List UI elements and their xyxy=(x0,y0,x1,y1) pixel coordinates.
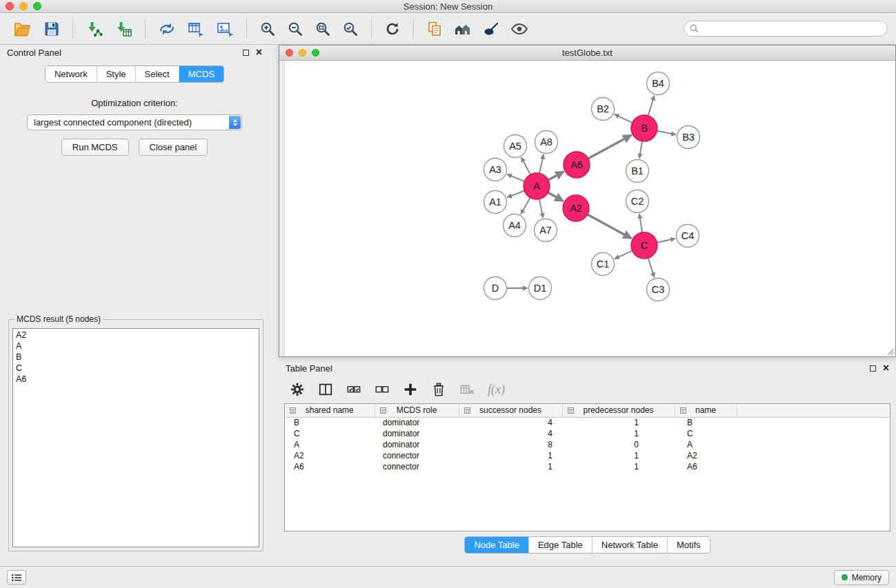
node-B3[interactable]: B3 xyxy=(677,126,700,149)
node-A3[interactable]: A3 xyxy=(484,159,507,181)
mcds-result-item[interactable]: A6 xyxy=(16,374,256,385)
annotation-button[interactable] xyxy=(477,19,505,39)
table-cell[interactable]: 1 xyxy=(562,450,675,461)
table-cell[interactable]: dominator xyxy=(375,428,459,439)
node-A1[interactable]: A1 xyxy=(484,191,507,214)
export-network-button[interactable] xyxy=(152,19,181,39)
float-panel-icon[interactable] xyxy=(243,50,249,56)
table-cell[interactable]: 4 xyxy=(459,417,562,428)
tab-style[interactable]: Style xyxy=(97,66,135,82)
table-cell[interactable]: B xyxy=(675,417,737,428)
refresh-network-button[interactable] xyxy=(379,19,406,39)
table-cell[interactable]: 0 xyxy=(562,439,675,450)
first-neighbors-button[interactable] xyxy=(448,19,477,39)
table-cell[interactable]: A xyxy=(285,439,375,450)
network-minimize-button[interactable] xyxy=(299,49,306,57)
delete-row-button[interactable] xyxy=(430,381,448,398)
deselect-all-rows-button[interactable] xyxy=(373,381,391,398)
table-cell[interactable]: A2 xyxy=(285,450,375,461)
node-C2[interactable]: C2 xyxy=(626,190,649,213)
table-cell[interactable]: C xyxy=(675,428,737,439)
import-table-from-file-button[interactable] xyxy=(109,19,138,39)
show-hide-panel-button[interactable] xyxy=(505,19,534,39)
table-cell[interactable]: A2 xyxy=(675,450,737,461)
table-cell[interactable]: 1 xyxy=(562,461,675,472)
node-A[interactable]: A xyxy=(524,173,550,199)
table-cell[interactable]: A6 xyxy=(285,461,375,472)
close-panel-button[interactable]: Close panel xyxy=(139,139,208,156)
open-session-button[interactable] xyxy=(8,19,38,39)
table-row[interactable]: Bdominator41B xyxy=(285,417,890,428)
table-cell[interactable]: C xyxy=(285,428,375,439)
table-cell[interactable]: 1 xyxy=(562,428,675,439)
column-header-predecessor-nodes[interactable]: predecessor nodes xyxy=(562,404,675,417)
table-cell[interactable]: dominator xyxy=(375,417,459,428)
save-session-button[interactable] xyxy=(38,19,66,39)
close-table-panel-icon[interactable]: × xyxy=(883,364,889,372)
column-header-shared-name[interactable]: shared name xyxy=(285,404,375,417)
table-cell[interactable]: dominator xyxy=(375,439,459,450)
zoom-fit-button[interactable] xyxy=(309,19,337,39)
table-row[interactable]: Adominator80A xyxy=(285,439,890,450)
table-cell[interactable]: B xyxy=(285,417,375,428)
mcds-result-item[interactable]: A2 xyxy=(16,330,256,341)
zoom-out-button[interactable] xyxy=(281,19,309,39)
node-D[interactable]: D xyxy=(484,277,507,300)
node-B[interactable]: B xyxy=(631,115,657,141)
column-header-successor-nodes[interactable]: successor nodes xyxy=(459,404,562,417)
network-zoom-button[interactable] xyxy=(312,49,319,57)
node-C3[interactable]: C3 xyxy=(647,278,670,301)
mcds-result-list[interactable]: A2ABCA6 xyxy=(12,328,259,547)
close-panel-icon[interactable]: × xyxy=(256,48,262,57)
table-cell[interactable]: 1 xyxy=(562,417,675,428)
table-row[interactable]: A2connector11A2 xyxy=(285,450,890,461)
table-tab-motifs[interactable]: Motifs xyxy=(667,537,710,553)
settings-button[interactable] xyxy=(288,381,306,398)
table-tab-network-table[interactable]: Network Table xyxy=(592,537,667,553)
optimization-dropdown[interactable]: largest connected component (directed) xyxy=(27,114,242,130)
table-cell[interactable]: A xyxy=(675,439,737,450)
node-A5[interactable]: A5 xyxy=(504,135,527,158)
export-table-button[interactable] xyxy=(181,19,210,39)
import-network-from-file-button[interactable] xyxy=(80,19,109,39)
node-A6[interactable]: A6 xyxy=(564,152,590,178)
table-cell[interactable]: 8 xyxy=(459,439,562,450)
mcds-result-item[interactable]: C xyxy=(16,363,256,374)
minimize-window-button[interactable] xyxy=(19,2,28,10)
select-all-rows-button[interactable] xyxy=(345,381,363,398)
fullscreen-window-button[interactable] xyxy=(33,2,41,10)
table-cell[interactable]: 1 xyxy=(459,461,562,472)
tab-select[interactable]: Select xyxy=(135,66,179,82)
column-header-name[interactable]: name xyxy=(675,404,737,417)
clone-network-button[interactable] xyxy=(421,19,448,39)
node-C4[interactable]: C4 xyxy=(677,225,699,247)
table-tab-node-table[interactable]: Node Table xyxy=(465,537,528,553)
table-cell[interactable]: connector xyxy=(375,450,459,461)
network-canvas[interactable]: B4B2BB3A5A8A6B1A3AC2A1A2A4A7C4CC1C3DD1 xyxy=(279,61,895,356)
node-C1[interactable]: C1 xyxy=(592,253,615,276)
mcds-result-item[interactable]: B xyxy=(16,352,256,363)
node-A8[interactable]: A8 xyxy=(535,131,558,154)
node-D1[interactable]: D1 xyxy=(529,277,552,300)
tab-mcds[interactable]: MCDS xyxy=(179,66,223,82)
table-cell[interactable]: 1 xyxy=(459,450,562,461)
mcds-result-item[interactable]: A xyxy=(16,341,256,352)
table-row[interactable]: Cdominator41C xyxy=(285,428,890,439)
float-table-panel-icon[interactable] xyxy=(870,365,876,372)
close-window-button[interactable] xyxy=(6,2,14,10)
node-A2[interactable]: A2 xyxy=(563,195,589,221)
network-close-button[interactable] xyxy=(286,49,293,57)
column-header-MCDS-role[interactable]: MCDS role xyxy=(375,404,459,417)
resize-grip-icon[interactable] xyxy=(886,347,895,356)
memory-button[interactable]: Memory xyxy=(834,570,889,585)
search-input[interactable] xyxy=(702,24,882,34)
column-width-button[interactable] xyxy=(317,381,335,398)
node-B1[interactable]: B1 xyxy=(626,160,649,183)
network-graph[interactable]: B4B2BB3A5A8A6B1A3AC2A1A2A4A7C4CC1C3DD1 xyxy=(285,61,895,356)
node-A7[interactable]: A7 xyxy=(535,219,557,242)
node-C[interactable]: C xyxy=(631,232,657,258)
node-A4[interactable]: A4 xyxy=(504,214,526,237)
run-mcds-button[interactable]: Run MCDS xyxy=(61,139,129,156)
tab-network[interactable]: Network xyxy=(46,66,97,82)
node-B2[interactable]: B2 xyxy=(592,98,615,121)
